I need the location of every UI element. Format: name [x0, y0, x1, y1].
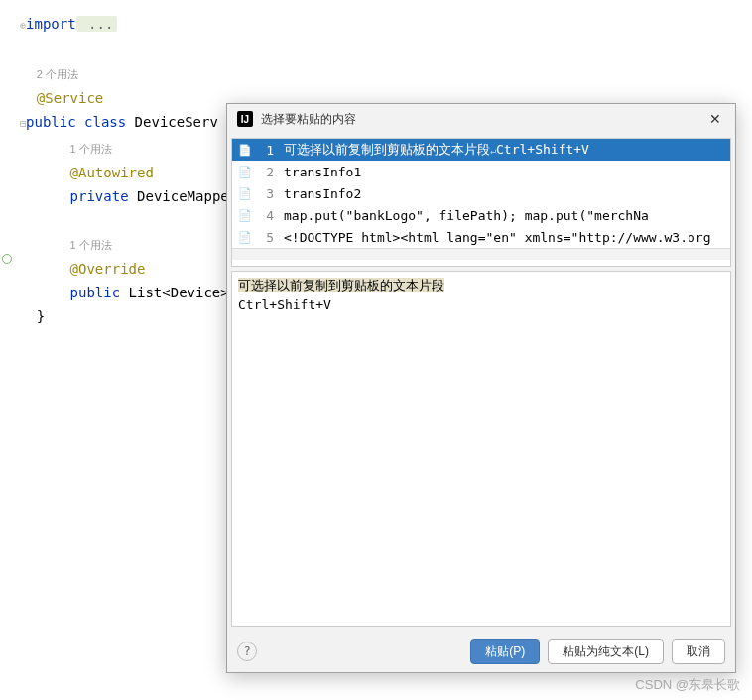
paste-dialog: IJ 选择要粘贴的内容 ✕ 📄 1 可选择以前复制到剪贴板的文本片段↵Ctrl+…	[226, 103, 736, 673]
clipboard-icon: 📄	[238, 165, 252, 178]
usage-hint: 1 个用法	[70, 143, 112, 155]
annotation-service: @Service	[37, 90, 103, 106]
close-icon[interactable]: ✕	[705, 109, 725, 129]
cancel-button[interactable]: 取消	[672, 639, 725, 664]
dialog-footer: ? 粘贴(P) 粘贴为纯文本(L) 取消	[227, 631, 735, 672]
annotation-autowired: @Autowired	[70, 165, 154, 180]
kw-private: private	[70, 188, 129, 204]
method-decl: List<Device>	[120, 285, 229, 300]
row-number: 5	[258, 230, 274, 245]
usage-hint: 2 个用法	[37, 68, 78, 80]
list-item[interactable]: 📄 5 <!DOCTYPE html><html lang="en" xmlns…	[232, 226, 730, 248]
usage-hint: 1 个用法	[70, 239, 112, 251]
help-icon[interactable]: ?	[237, 642, 257, 661]
clipboard-icon: 📄	[238, 230, 252, 244]
preview-line: 可选择以前复制到剪贴板的文本片段	[238, 278, 444, 292]
row-number: 4	[258, 208, 274, 223]
clipboard-list[interactable]: 📄 1 可选择以前复制到剪贴板的文本片段↵Ctrl+Shift+V 📄 2 tr…	[231, 138, 731, 267]
kw-import: import	[26, 16, 76, 32]
row-text: transInfo2	[284, 186, 361, 201]
dialog-title: 选择要粘贴的内容	[261, 111, 705, 128]
clipboard-icon: 📄	[238, 186, 252, 200]
row-text: transInfo1	[284, 165, 361, 179]
row-number: 1	[258, 143, 274, 158]
folded-ellipsis[interactable]: ...	[76, 16, 118, 32]
override-gutter-icon[interactable]	[2, 254, 12, 264]
app-icon: IJ	[237, 111, 253, 127]
kw-class: public class	[26, 114, 126, 130]
clipboard-icon: 📄	[238, 143, 252, 157]
row-number: 3	[258, 186, 274, 201]
clipboard-icon: 📄	[238, 208, 252, 222]
row-number: 2	[258, 165, 274, 179]
list-item[interactable]: 📄 2 transInfo1	[232, 161, 730, 182]
dialog-titlebar[interactable]: IJ 选择要粘贴的内容 ✕	[227, 104, 735, 134]
class-name: DeviceServ	[126, 114, 218, 130]
preview-line: Ctrl+Shift+V	[238, 295, 724, 315]
list-item[interactable]: 📄 1 可选择以前复制到剪贴板的文本片段↵Ctrl+Shift+V	[232, 139, 730, 161]
row-text: 可选择以前复制到剪贴板的文本片段↵Ctrl+Shift+V	[284, 141, 589, 159]
annotation-override: @Override	[70, 261, 146, 277]
row-text: map.put("bankLogo", filePath); map.put("…	[284, 208, 649, 223]
preview-area: 可选择以前复制到剪贴板的文本片段 Ctrl+Shift+V	[231, 271, 731, 627]
list-scrollbar[interactable]	[232, 248, 730, 260]
paste-button[interactable]: 粘贴(P)	[470, 639, 540, 664]
watermark: CSDN @东皋长歌	[635, 676, 740, 694]
paste-plain-button[interactable]: 粘贴为纯文本(L)	[548, 639, 664, 664]
list-item[interactable]: 📄 4 map.put("bankLogo", filePath); map.p…	[232, 204, 730, 226]
close-brace: }	[37, 308, 45, 324]
field-decl: DeviceMappe	[129, 188, 229, 204]
row-text: <!DOCTYPE html><html lang="en" xmlns="ht…	[284, 230, 710, 245]
kw-public: public	[70, 285, 121, 300]
list-item[interactable]: 📄 3 transInfo2	[232, 182, 730, 204]
